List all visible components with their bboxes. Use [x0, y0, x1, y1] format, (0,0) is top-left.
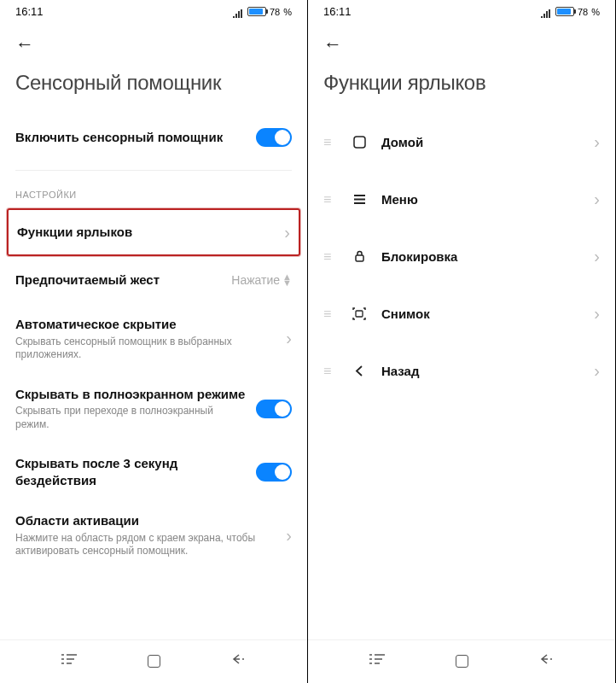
status-time: 16:11 [15, 5, 44, 18]
shortcuts-label: Функции ярлыков [17, 224, 276, 241]
status-right: 78% [540, 7, 600, 17]
nav-back-icon[interactable] [231, 652, 247, 669]
chevron-right-icon: › [594, 190, 600, 209]
chevron-right-icon: › [286, 329, 292, 348]
autohide-sub: Скрывать сенсорный помощник в выбранных … [15, 336, 277, 362]
back-button[interactable]: ← [0, 21, 307, 64]
svg-rect-1 [354, 137, 365, 148]
enable-toggle[interactable] [256, 128, 292, 147]
shortcuts-row[interactable]: Функции ярлыков › [7, 208, 300, 256]
chevron-right-icon: › [594, 304, 600, 324]
drag-handle-icon[interactable]: ≡ [323, 135, 347, 150]
fullscreen-label: Скрывать в полноэкранном режиме [15, 386, 247, 403]
enable-toggle-row[interactable]: Включить сенсорный помощник [15, 114, 292, 161]
status-right: 78% [232, 7, 292, 17]
idle-row[interactable]: Скрывать после 3 секунд бездействия [15, 443, 292, 500]
back-arrow-icon: ← [323, 33, 342, 55]
shortcut-label: Снимок [371, 306, 594, 321]
page-title: Сенсорный помощник [0, 64, 307, 114]
select-caret-icon: ▲▼ [282, 274, 292, 285]
fullscreen-row[interactable]: Скрывать в полноэкранном режиме Скрывать… [15, 374, 292, 444]
menu-icon [347, 193, 371, 206]
lock-icon [347, 250, 371, 263]
status-bar: 16:11 78% [308, 0, 615, 21]
nav-recent-icon[interactable] [369, 652, 385, 669]
battery-percent: 78 [270, 7, 280, 17]
shortcut-label: Домой [371, 135, 594, 149]
shortcut-row[interactable]: ≡ Блокировка › [323, 228, 600, 285]
gesture-label: Предпочитаемый жест [15, 271, 223, 289]
drag-handle-icon[interactable]: ≡ [323, 192, 347, 207]
shortcut-row[interactable]: ≡ Назад › [323, 342, 600, 400]
status-time: 16:11 [323, 5, 352, 18]
svg-point-0 [242, 658, 244, 660]
fullscreen-sub: Скрывать при переходе в полноэкранный ре… [15, 405, 247, 431]
chevron-right-icon: › [284, 223, 290, 242]
back-arrow-icon: ← [15, 33, 34, 55]
battery-percent: 78 [578, 7, 588, 17]
svg-rect-3 [356, 311, 363, 317]
signal-icon [232, 8, 244, 16]
enable-label: Включить сенсорный помощник [15, 129, 247, 146]
back-button[interactable]: ← [308, 21, 615, 64]
status-bar: 16:11 78% [0, 0, 307, 21]
autohide-row[interactable]: Автоматическое скрытие Скрывать сенсорны… [15, 304, 292, 374]
nav-home-icon[interactable] [456, 655, 468, 668]
signal-icon [540, 8, 552, 16]
fullscreen-toggle[interactable] [256, 400, 292, 418]
shortcut-label: Меню [371, 192, 594, 207]
idle-toggle[interactable] [256, 463, 292, 482]
gesture-value: Нажатие [231, 273, 280, 287]
shortcut-row[interactable]: ≡ Меню › [323, 171, 600, 228]
svg-point-4 [550, 658, 552, 660]
svg-rect-2 [356, 255, 363, 261]
areas-row[interactable]: Области активации Нажмите на область ряд… [15, 500, 292, 570]
nav-back-icon[interactable] [539, 652, 555, 669]
screen-touch-assistant: 16:11 78% ← Сенсорный помощник Включить … [0, 0, 308, 683]
chevron-right-icon: › [594, 132, 600, 152]
page-title: Функции ярлыков [308, 64, 615, 114]
areas-sub: Нажмите на область рядом с краем экрана,… [15, 532, 277, 558]
areas-label: Области активации [15, 512, 277, 529]
shortcut-row[interactable]: ≡ Домой › [323, 114, 600, 171]
drag-handle-icon[interactable]: ≡ [323, 364, 347, 379]
nav-bar [308, 639, 615, 683]
autohide-label: Автоматическое скрытие [15, 316, 277, 333]
screen-shortcut-functions: 16:11 78% ← Функции ярлыков ≡ Домой › ≡ … [308, 0, 616, 683]
drag-handle-icon[interactable]: ≡ [323, 249, 347, 265]
nav-recent-icon[interactable] [61, 652, 77, 669]
gesture-row[interactable]: Предпочитаемый жест Нажатие ▲▼ [15, 256, 292, 304]
nav-home-icon[interactable] [148, 655, 160, 668]
chevron-right-icon: › [286, 526, 292, 546]
shortcut-label: Назад [371, 364, 594, 378]
drag-handle-icon[interactable]: ≡ [323, 306, 347, 322]
chevron-right-icon: › [594, 361, 600, 381]
battery-icon [555, 7, 574, 16]
idle-label: Скрывать после 3 секунд бездействия [15, 455, 247, 488]
divider [15, 170, 292, 171]
back-chevron-icon [347, 365, 371, 377]
chevron-right-icon: › [594, 247, 600, 266]
screenshot-icon [347, 307, 371, 320]
battery-icon [247, 7, 266, 16]
section-header: НАСТРОЙКИ [15, 184, 292, 208]
nav-bar [0, 639, 307, 683]
shortcut-label: Блокировка [371, 249, 594, 264]
home-icon [347, 136, 371, 149]
shortcut-row[interactable]: ≡ Снимок › [323, 285, 600, 342]
